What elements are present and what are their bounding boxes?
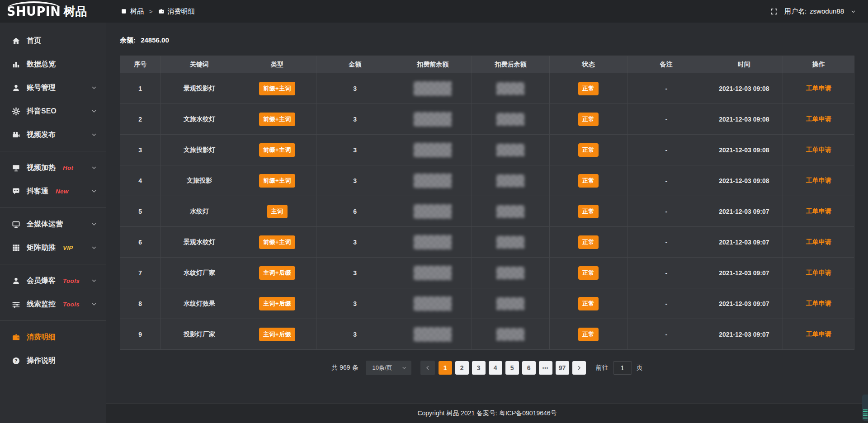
breadcrumb-item-0[interactable]: 树品 xyxy=(121,7,144,16)
fullscreen-icon[interactable] xyxy=(770,8,778,15)
cell-amount: 3 xyxy=(316,104,394,135)
column-header: 序号 xyxy=(120,56,160,73)
page-button-6[interactable]: 6 xyxy=(522,361,536,375)
corner-widget[interactable] xyxy=(862,395,868,421)
cell-amount: 3 xyxy=(316,319,394,350)
page-button-3[interactable]: 3 xyxy=(472,361,486,375)
cell-keyword: 水纹灯厂家 xyxy=(160,258,238,288)
sidebar-item-label: 账号管理 xyxy=(27,83,56,93)
goto-page-input[interactable] xyxy=(613,361,632,375)
chevron-down-icon xyxy=(91,221,97,227)
cell-action: 工单申请 xyxy=(783,196,854,227)
cell-post-balance xyxy=(472,104,549,135)
consumption-table: 序号关键词类型金额扣费前余额扣费后余额状态备注时间操作 1景观投影灯前缀+主词3… xyxy=(120,56,854,350)
sidebar-item-omni-media-operation[interactable]: 全媒体运营 xyxy=(0,212,106,236)
ticket-request-link[interactable]: 工单申请 xyxy=(806,207,831,215)
page-size-select[interactable]: 10条/页 xyxy=(366,361,411,375)
sidebar-item-douketong[interactable]: 抖客通New xyxy=(0,179,106,203)
cell-time: 2021-12-03 09:08 xyxy=(705,165,783,196)
sidebar-item-douyin-seo[interactable]: 抖音SEO xyxy=(0,99,106,123)
cell-keyword: 文旅投影 xyxy=(160,165,238,196)
balance-value: 24856.00 xyxy=(141,36,169,44)
ticket-request-link[interactable]: 工单申请 xyxy=(806,300,831,307)
ticket-request-link[interactable]: 工单申请 xyxy=(806,115,831,122)
ticket-request-link[interactable]: 工单申请 xyxy=(806,330,831,338)
sidebar-item-data-overview[interactable]: 数据总览 xyxy=(0,52,106,76)
cell-status: 正常 xyxy=(550,135,627,165)
cell-time: 2021-12-03 09:08 xyxy=(705,73,783,104)
sidebar-item-video-heating[interactable]: 视频加热Hot xyxy=(0,156,106,179)
page-button-97[interactable]: 97 xyxy=(556,361,569,375)
cell-index: 7 xyxy=(120,258,160,288)
ticket-request-link[interactable]: 工单申请 xyxy=(806,85,831,92)
ticket-request-link[interactable]: 工单申请 xyxy=(806,238,831,245)
cell-status: 正常 xyxy=(550,196,627,227)
status-badge: 正常 xyxy=(578,205,599,218)
page-button-1[interactable]: 1 xyxy=(439,361,452,375)
cell-type: 前缀+主词 xyxy=(238,227,316,258)
masked-value xyxy=(414,143,452,157)
cell-pre-balance xyxy=(394,104,472,135)
sidebar-divider xyxy=(0,151,106,151)
cell-post-balance xyxy=(472,196,549,227)
chevron-down-icon xyxy=(401,365,407,371)
cell-keyword: 文旅投影灯 xyxy=(160,135,238,165)
cell-type: 主词+后缀 xyxy=(238,288,316,319)
sidebar-item-consumption-detail[interactable]: 消费明细 xyxy=(0,325,106,349)
page-button-2[interactable]: 2 xyxy=(455,361,469,375)
cell-time: 2021-12-03 09:07 xyxy=(705,288,783,319)
masked-value xyxy=(496,297,524,310)
cell-type: 主词 xyxy=(238,196,316,227)
sidebar-divider xyxy=(0,320,106,321)
wallet-icon xyxy=(12,333,20,342)
cell-action: 工单申请 xyxy=(783,258,854,288)
sidebar-item-operation-guide[interactable]: ?操作说明 xyxy=(0,349,106,372)
chevron-down-icon xyxy=(91,188,97,194)
sidebar-item-matrix-boost[interactable]: 矩阵助推VIP xyxy=(0,236,106,259)
cell-amount: 3 xyxy=(316,165,394,196)
sidebar-item-account-management[interactable]: 账号管理 xyxy=(0,76,106,99)
masked-value xyxy=(496,82,524,95)
chevron-down-icon xyxy=(91,277,97,284)
masked-value xyxy=(414,112,452,127)
sidebar-item-label: 数据总览 xyxy=(27,60,56,69)
ticket-request-link[interactable]: 工单申请 xyxy=(806,177,831,184)
sidebar-item-label: 抖客通 xyxy=(27,187,48,196)
cell-type: 前缀+主词 xyxy=(238,135,316,165)
table-row: 6景观水纹灯前缀+主词3正常-2021-12-03 09:07工单申请 xyxy=(120,227,854,258)
chevron-down-icon xyxy=(91,244,97,251)
sidebar-item-badge: Tools xyxy=(63,301,80,308)
cell-time: 2021-12-03 09:07 xyxy=(705,258,783,288)
prev-page-button[interactable] xyxy=(420,361,435,375)
grid-icon xyxy=(12,244,20,252)
sidebar-item-lead-monitor[interactable]: 线索监控Tools xyxy=(0,292,106,316)
breadcrumb-item-1[interactable]: 消费明细 xyxy=(158,7,195,16)
cell-note: - xyxy=(627,258,705,288)
sidebar-item-home[interactable]: 首页 xyxy=(0,29,106,52)
sliders-icon xyxy=(12,300,20,309)
cell-time: 2021-12-03 09:07 xyxy=(705,319,783,350)
cell-action: 工单申请 xyxy=(783,288,854,319)
cell-amount: 3 xyxy=(316,135,394,165)
user-menu[interactable]: 用户名: zswodun88 xyxy=(784,7,844,16)
user-icon xyxy=(12,84,20,92)
cell-action: 工单申请 xyxy=(783,73,854,104)
page-button-4[interactable]: 4 xyxy=(489,361,502,375)
breadcrumb-label: 树品 xyxy=(130,7,144,16)
brand-logo[interactable]: SHUPIN 树品 xyxy=(0,0,106,23)
user-menu-chevron-down-icon[interactable] xyxy=(850,9,856,14)
ticket-request-link[interactable]: 工单申请 xyxy=(806,146,831,153)
sidebar-item-label: 抖音SEO xyxy=(27,107,57,116)
sidebar-item-member-burst[interactable]: 会员爆客Tools xyxy=(0,269,106,292)
next-page-button[interactable] xyxy=(572,361,586,375)
cell-amount: 6 xyxy=(316,196,394,227)
column-header: 金额 xyxy=(316,56,394,73)
ticket-request-link[interactable]: 工单申请 xyxy=(806,269,831,276)
table-row: 8水纹灯效果主词+后缀3正常-2021-12-03 09:07工单申请 xyxy=(120,288,854,319)
page-button-5[interactable]: 5 xyxy=(505,361,519,375)
more-pages-button[interactable]: ••• xyxy=(539,361,552,375)
type-badge: 前缀+主词 xyxy=(259,113,295,126)
type-badge: 主词+后缀 xyxy=(259,266,295,280)
masked-value xyxy=(414,204,452,219)
sidebar-item-video-publish[interactable]: 视频发布 xyxy=(0,123,106,146)
